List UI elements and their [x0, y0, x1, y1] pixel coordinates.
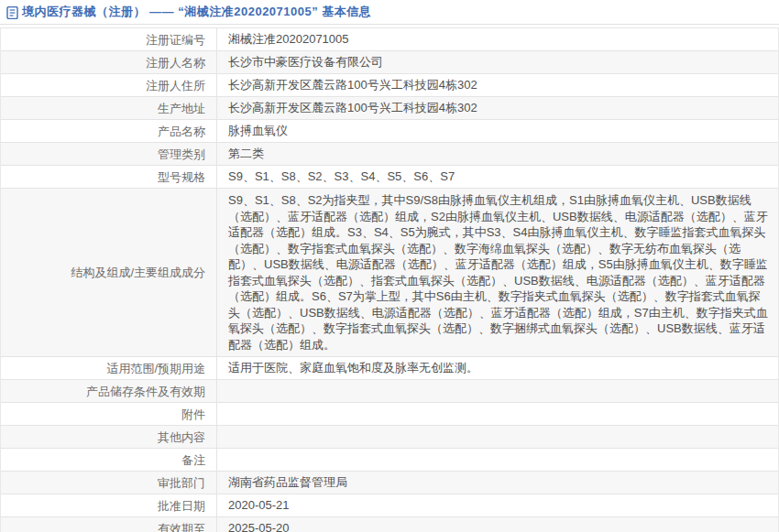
- info-table: 注册证编号湘械注准20202071005注册人名称长沙市中豪医疗设备有限公司注册…: [0, 27, 779, 532]
- row-value: 长沙高新开发区麓云路100号兴工科技园4栋302: [217, 74, 778, 96]
- row-value: [217, 403, 778, 425]
- table-row: 有效期至2025-05-20: [1, 517, 778, 532]
- row-label-text: 产品名称: [158, 124, 205, 139]
- table-row: 管理类别第二类: [1, 143, 778, 166]
- row-value: S9、S1、S8、S2为指夹型，其中S9/S8由脉搏血氧仪主机组成，S1由脉搏血…: [217, 189, 778, 356]
- row-label-text: 审批部门: [158, 475, 205, 491]
- row-value: 长沙高新开发区麓云路100号兴工科技园4栋302: [217, 97, 778, 119]
- row-value: 2020-05-21: [217, 494, 778, 516]
- registration-info-page: 境内医疗器械（注册） —— “湘械注准20202071005” 基本信息 注册证…: [0, 0, 779, 532]
- table-row: 注册人住所长沙高新开发区麓云路100号兴工科技园4栋302: [1, 74, 778, 97]
- row-label-text: 批准日期: [158, 498, 205, 514]
- row-label: 产品名称: [1, 120, 217, 142]
- row-value: [217, 380, 778, 402]
- row-label-text: 有效期至: [158, 521, 205, 532]
- row-value: 第二类: [217, 143, 778, 165]
- table-row: 审批部门湖南省药品监督管理局: [1, 472, 778, 494]
- table-row: 其他内容: [1, 426, 778, 449]
- row-label: 注册证编号: [1, 28, 217, 50]
- row-label: 适用范围/预期用途: [1, 357, 217, 379]
- table-row: 备注: [1, 449, 778, 472]
- page-header: 境内医疗器械（注册） —— “湘械注准20202071005” 基本信息: [0, 0, 779, 25]
- row-label-text: 注册人名称: [146, 55, 205, 71]
- row-value: [217, 449, 778, 471]
- row-label: 其他内容: [1, 426, 217, 448]
- row-label: 管理类别: [1, 143, 217, 165]
- table-row: 型号规格S9、S1、S8、S2、S3、S4、S5、S6、S7: [1, 166, 778, 189]
- table-row: 结构及组成/主要组成成分S9、S1、S8、S2为指夹型，其中S9/S8由脉搏血氧…: [1, 189, 778, 357]
- row-label: 结构及组成/主要组成成分: [1, 189, 217, 356]
- table-row: 注册证编号湘械注准20202071005: [1, 28, 778, 51]
- table-row: 批准日期2020-05-21: [1, 494, 778, 517]
- row-label: 注册人住所: [1, 74, 217, 96]
- row-label: 注册人名称: [1, 51, 217, 73]
- table-row: 产品名称脉搏血氧仪: [1, 120, 778, 143]
- row-value: 湖南省药品监督管理局: [217, 472, 778, 494]
- row-label: 型号规格: [1, 166, 217, 188]
- row-label-text: 生产地址: [158, 101, 205, 116]
- row-label-text: 注册人住所: [146, 78, 205, 93]
- row-value: 适用于医院、家庭血氧饱和度及脉率无创监测。: [217, 357, 778, 379]
- row-label: 备注: [1, 449, 217, 471]
- row-label: 生产地址: [1, 97, 217, 119]
- row-label-text: 结构及组成/主要组成成分: [71, 265, 205, 280]
- row-value: 2025-05-20: [217, 517, 778, 532]
- row-label-text: 附件: [181, 407, 205, 422]
- row-label-text: 注册证编号: [146, 32, 205, 48]
- row-value: S9、S1、S8、S2、S3、S4、S5、S6、S7: [217, 166, 778, 188]
- row-label: 附件: [1, 403, 217, 425]
- document-icon: [6, 6, 18, 19]
- row-label-text: 型号规格: [158, 169, 205, 185]
- table-row: 注册人名称长沙市中豪医疗设备有限公司: [1, 51, 778, 74]
- row-label: 审批部门: [1, 472, 217, 494]
- table-row: 生产地址长沙高新开发区麓云路100号兴工科技园4栋302: [1, 97, 778, 120]
- row-value: 湘械注准20202071005: [217, 28, 778, 50]
- page-title: 境内医疗器械（注册） —— “湘械注准20202071005” 基本信息: [22, 4, 371, 20]
- table-row: 产品储存条件及有效期: [1, 380, 778, 403]
- row-label: 产品储存条件及有效期: [1, 380, 217, 402]
- row-label-text: 其他内容: [158, 429, 205, 445]
- row-label: 有效期至: [1, 517, 217, 532]
- row-label-text: 适用范围/预期用途: [106, 361, 205, 376]
- row-value: [217, 426, 778, 448]
- row-value: 脉搏血氧仪: [217, 120, 778, 142]
- row-label: 批准日期: [1, 494, 217, 516]
- row-value: 长沙市中豪医疗设备有限公司: [217, 51, 778, 73]
- table-row: 附件: [1, 403, 778, 426]
- table-row: 适用范围/预期用途适用于医院、家庭血氧饱和度及脉率无创监测。: [1, 357, 778, 380]
- row-label-text: 备注: [181, 452, 205, 468]
- row-label-text: 产品储存条件及有效期: [86, 384, 205, 399]
- row-label-text: 管理类别: [158, 147, 205, 162]
